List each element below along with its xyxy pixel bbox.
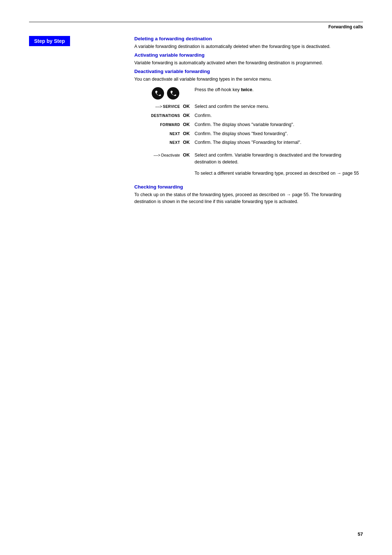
header-rule [29, 22, 363, 22]
step-desc-next2: Confirm. The display shows "Forwarding f… [193, 138, 363, 147]
step-ok-note [181, 167, 193, 178]
step-phone-icons: Press the off-hook key twice. [134, 85, 363, 102]
section-body-activating: Variable forwarding is automatically act… [134, 60, 363, 66]
bold-twice: twice [241, 87, 252, 92]
page-header: Forwarding calls [29, 24, 363, 29]
step-next2: NEXT OK Confirm. The display shows "Forw… [134, 138, 363, 147]
section-title-deactivating: Deactivating variable forwarding [134, 69, 363, 74]
step-ok-destinations: OK [181, 111, 193, 120]
content-area: Step by Step Deleting a forwarding desti… [29, 36, 363, 207]
step-ok-next1: OK [181, 129, 193, 138]
section-body-deactivating: You can deactivate all variable forwardi… [134, 76, 363, 83]
arrow-symbol-deactivate: ––> [154, 152, 160, 158]
arrow-service: ––> SERVICE [155, 104, 180, 110]
note-deactivate: To select a different variable forwardin… [195, 170, 362, 177]
section-checking: Checking forwarding To check up on the s… [134, 184, 363, 205]
step-ok-forward: OK [181, 120, 193, 129]
page-number: 57 [358, 531, 363, 537]
step-ok-deactivate: OK [181, 151, 193, 167]
step-desc-forward: Confirm. The display shows "variable for… [193, 120, 363, 129]
step-left-service: ––> SERVICE [134, 102, 181, 111]
step-desc-next1: Confirm. The display shows "fixed forwar… [193, 129, 363, 138]
step-spacer [134, 147, 363, 151]
display-destinations: DESTINATIONS [151, 114, 180, 118]
arrow-deactivate: ––> Deactivate [154, 152, 180, 158]
step-left-note [134, 167, 181, 178]
section-activating: Activating variable forwarding Variable … [134, 52, 363, 66]
step-ok-next2: OK [181, 138, 193, 147]
step-left-destinations: DESTINATIONS [134, 111, 181, 120]
step-next1: NEXT OK Confirm. The display shows "fixe… [134, 129, 363, 138]
display-forward: FORWARD [160, 123, 180, 127]
display-deactivate: Deactivate [161, 152, 180, 158]
step-desc-deactivate: Select and confirm. Variable forwarding … [193, 151, 363, 167]
phone-icons-container [136, 86, 180, 100]
step-desc-service: Select and confirm the service menu. [193, 102, 363, 111]
section-title-deleting: Deleting a forwarding destination [134, 36, 363, 41]
section-deactivating: Deactivating variable forwarding You can… [134, 69, 363, 83]
step-desc-note: To select a different variable forwardin… [193, 167, 363, 178]
step-desc-destinations: Confirm. [193, 111, 363, 120]
left-column: Step by Step [29, 36, 131, 207]
step-service: ––> SERVICE OK Select and confirm the se… [134, 102, 363, 111]
arrow-symbol-service: ––> [155, 104, 162, 110]
section-title-activating: Activating variable forwarding [134, 52, 363, 58]
step-destinations: DESTINATIONS OK Confirm. [134, 111, 363, 120]
svg-point-1 [167, 87, 179, 100]
section-title-checking: Checking forwarding [134, 184, 363, 190]
step-ok-service: OK [181, 102, 193, 111]
right-column: Deleting a forwarding destination A vari… [131, 36, 363, 207]
page: Forwarding calls Step by Step Deleting a… [0, 0, 392, 555]
steps-table: Press the off-hook key twice. ––> SERVIC… [134, 85, 363, 178]
section-deleting: Deleting a forwarding destination A vari… [134, 36, 363, 50]
phone-icon-1 [151, 86, 165, 100]
step-note: To select a different variable forwardin… [134, 167, 363, 178]
display-next1: NEXT [170, 132, 180, 136]
phone-icon-2 [166, 86, 180, 100]
step-desc-phone: Press the off-hook key twice. [193, 85, 363, 102]
step-ok-phone [181, 85, 193, 102]
svg-point-0 [152, 87, 164, 100]
display-next2: NEXT [170, 141, 180, 145]
display-service: SERVICE [163, 104, 180, 109]
header-title: Forwarding calls [328, 24, 363, 29]
step-left-next1: NEXT [134, 129, 181, 138]
section-body-deleting: A variable forwarding destination is aut… [134, 43, 363, 50]
step-by-step-badge: Step by Step [29, 36, 70, 46]
step-left-deactivate: ––> Deactivate [134, 151, 181, 167]
step-left-forward: FORWARD [134, 120, 181, 129]
step-deactivate: ––> Deactivate OK Select and confirm. Va… [134, 151, 363, 167]
section-body-checking: To check up on the status of the forward… [134, 191, 363, 205]
step-left-next2: NEXT [134, 138, 181, 147]
step-left-phone [134, 85, 181, 102]
step-forward: FORWARD OK Confirm. The display shows "v… [134, 120, 363, 129]
